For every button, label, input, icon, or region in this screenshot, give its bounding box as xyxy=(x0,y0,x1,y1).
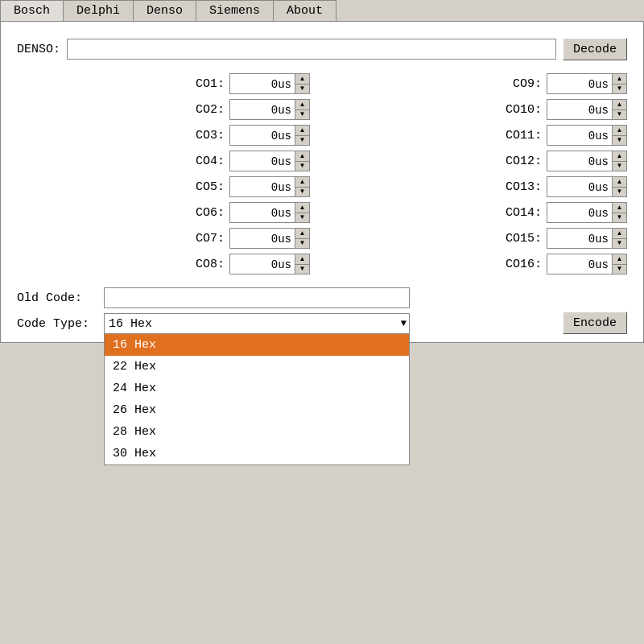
co-spinner-right-7: 0us ▲ ▼ xyxy=(547,228,627,249)
co-label-11: CO11: xyxy=(497,129,542,142)
dropdown-item-2[interactable]: 24 Hex xyxy=(105,378,409,399)
co-label-13: CO13: xyxy=(497,180,542,194)
co-spinner-btns-right-6: ▲ ▼ xyxy=(612,203,626,222)
co-spin-up-right-4[interactable]: ▲ xyxy=(613,151,626,162)
tab-siemens[interactable]: Siemens xyxy=(196,0,273,21)
dropdown-item-0[interactable]: 16 Hex xyxy=(105,334,409,356)
co-spinner-left-6: 0us ▲ ▼ xyxy=(229,202,310,223)
co-spin-down-right-4[interactable]: ▼ xyxy=(613,162,626,171)
tab-delphi[interactable]: Delphi xyxy=(63,0,133,21)
co-spin-up-left-8[interactable]: ▲ xyxy=(295,254,309,265)
co-spin-down-right-6[interactable]: ▼ xyxy=(613,213,626,223)
co-spin-up-left-7[interactable]: ▲ xyxy=(295,229,309,239)
co-spinner-right-5: 0us ▲ ▼ xyxy=(547,176,627,197)
co-spin-down-right-3[interactable]: ▼ xyxy=(613,136,626,146)
old-code-input[interactable] xyxy=(104,287,410,308)
co-spinner-left-4: 0us ▲ ▼ xyxy=(229,151,310,171)
co-value-left-1: 0us xyxy=(230,74,295,93)
co-spinner-left-5: 0us ▲ ▼ xyxy=(229,176,310,197)
co-spinner-btns-left-6: ▲ ▼ xyxy=(295,203,309,222)
co-value-right-8: 0us xyxy=(547,254,612,274)
co-value-right-5: 0us xyxy=(547,177,612,196)
denso-input[interactable] xyxy=(67,39,556,60)
dropdown-open: 16 Hex22 Hex24 Hex26 Hex28 Hex30 Hex xyxy=(104,334,410,465)
co-spin-up-left-1[interactable]: ▲ xyxy=(295,74,309,85)
co-spin-down-left-1[interactable]: ▼ xyxy=(295,85,309,94)
tab-bosch[interactable]: Bosch xyxy=(0,0,63,21)
co-row-right-3: CO11: 0us ▲ ▼ xyxy=(334,125,627,146)
co-spin-up-right-3[interactable]: ▲ xyxy=(613,126,626,136)
code-type-row: Code Type: 16 Hex 22 Hex 24 Hex 26 Hex 2… xyxy=(17,313,556,334)
co-label-9: CO9: xyxy=(497,77,542,91)
co-row-right-5: CO13: 0us ▲ ▼ xyxy=(334,176,627,197)
co-spinner-btns-left-3: ▲ ▼ xyxy=(295,126,309,145)
co-spinner-left-2: 0us ▲ ▼ xyxy=(229,99,310,120)
co-value-right-4: 0us xyxy=(547,151,612,171)
co-spin-down-left-2[interactable]: ▼ xyxy=(295,110,309,120)
co-spinner-btns-right-2: ▲ ▼ xyxy=(612,100,626,119)
co-spinner-btns-right-3: ▲ ▼ xyxy=(612,126,626,145)
co-row-right-8: CO16: 0us ▲ ▼ xyxy=(334,254,627,275)
encode-button[interactable]: Encode xyxy=(563,312,627,334)
co-spin-down-left-7[interactable]: ▼ xyxy=(295,239,309,249)
bottom-section: Old Code: Code Type: 16 Hex 22 Hex 24 He… xyxy=(17,287,627,334)
co-spin-up-left-2[interactable]: ▲ xyxy=(295,100,309,110)
co-spinner-btns-left-8: ▲ ▼ xyxy=(295,254,309,274)
co-row-right-2: CO10: 0us ▲ ▼ xyxy=(334,99,627,120)
co-value-right-2: 0us xyxy=(547,100,612,119)
co-spin-up-left-3[interactable]: ▲ xyxy=(295,126,309,136)
co-spinner-right-1: 0us ▲ ▼ xyxy=(547,73,627,94)
co-spinner-btns-left-1: ▲ ▼ xyxy=(295,74,309,93)
co-row-right-7: CO15: 0us ▲ ▼ xyxy=(334,228,627,249)
co-label-12: CO12: xyxy=(497,155,542,168)
co-value-left-7: 0us xyxy=(230,229,295,248)
co-spinner-btns-left-5: ▲ ▼ xyxy=(295,177,309,196)
co-spinner-right-4: 0us ▲ ▼ xyxy=(547,151,627,171)
co-spin-down-left-4[interactable]: ▼ xyxy=(295,162,309,171)
co-spin-down-left-3[interactable]: ▼ xyxy=(295,136,309,146)
co-spin-down-left-8[interactable]: ▼ xyxy=(295,265,309,275)
co-spin-up-right-7[interactable]: ▲ xyxy=(613,229,626,239)
co-spin-up-right-6[interactable]: ▲ xyxy=(613,203,626,213)
code-type-select-wrapper: 16 Hex 22 Hex 24 Hex 26 Hex 28 Hex 30 He… xyxy=(104,313,410,334)
co-spin-down-right-1[interactable]: ▼ xyxy=(613,85,626,94)
co-spin-up-left-4[interactable]: ▲ xyxy=(295,151,309,162)
co-spin-up-right-1[interactable]: ▲ xyxy=(613,74,626,85)
co-spin-down-left-5[interactable]: ▼ xyxy=(295,188,309,197)
dropdown-item-4[interactable]: 28 Hex xyxy=(105,421,409,443)
co-spin-down-right-5[interactable]: ▼ xyxy=(613,188,626,197)
tab-denso[interactable]: Denso xyxy=(133,0,196,21)
decode-button[interactable]: Decode xyxy=(563,38,627,60)
co-spin-up-right-2[interactable]: ▲ xyxy=(613,100,626,110)
co-spinner-left-8: 0us ▲ ▼ xyxy=(229,254,310,275)
co-spinner-left-3: 0us ▲ ▼ xyxy=(229,125,310,146)
code-type-select[interactable]: 16 Hex 22 Hex 24 Hex 26 Hex 28 Hex 30 He… xyxy=(104,313,410,334)
co-value-right-6: 0us xyxy=(547,203,612,222)
co-label-6: CO6: xyxy=(180,206,225,220)
tab-about[interactable]: About xyxy=(273,0,336,21)
co-spinner-left-7: 0us ▲ ▼ xyxy=(229,228,310,249)
co-spin-up-left-6[interactable]: ▲ xyxy=(295,203,309,213)
co-row-left-5: CO5: 0us ▲ ▼ xyxy=(17,176,310,197)
co-label-2: CO2: xyxy=(180,103,225,117)
denso-label: DENSO: xyxy=(17,43,60,56)
co-label-3: CO3: xyxy=(180,129,225,142)
dropdown-item-3[interactable]: 26 Hex xyxy=(105,399,409,421)
co-row-left-4: CO4: 0us ▲ ▼ xyxy=(17,151,310,171)
dropdown-item-5[interactable]: 30 Hex xyxy=(105,443,409,464)
co-row-left-2: CO2: 0us ▲ ▼ xyxy=(17,99,310,120)
co-spin-up-right-8[interactable]: ▲ xyxy=(613,254,626,265)
dropdown-item-1[interactable]: 22 Hex xyxy=(105,356,409,378)
co-label-8: CO8: xyxy=(180,258,225,271)
co-label-14: CO14: xyxy=(497,206,542,220)
co-value-right-7: 0us xyxy=(547,229,612,248)
co-spin-up-left-5[interactable]: ▲ xyxy=(295,177,309,188)
co-spin-down-left-6[interactable]: ▼ xyxy=(295,213,309,223)
co-value-right-1: 0us xyxy=(547,74,612,93)
co-spinner-btns-right-5: ▲ ▼ xyxy=(612,177,626,196)
co-row-right-6: CO14: 0us ▲ ▼ xyxy=(334,202,627,223)
co-spin-down-right-7[interactable]: ▼ xyxy=(613,239,626,249)
co-spin-up-right-5[interactable]: ▲ xyxy=(613,177,626,188)
co-spin-down-right-2[interactable]: ▼ xyxy=(613,110,626,120)
co-spin-down-right-8[interactable]: ▼ xyxy=(613,265,626,275)
